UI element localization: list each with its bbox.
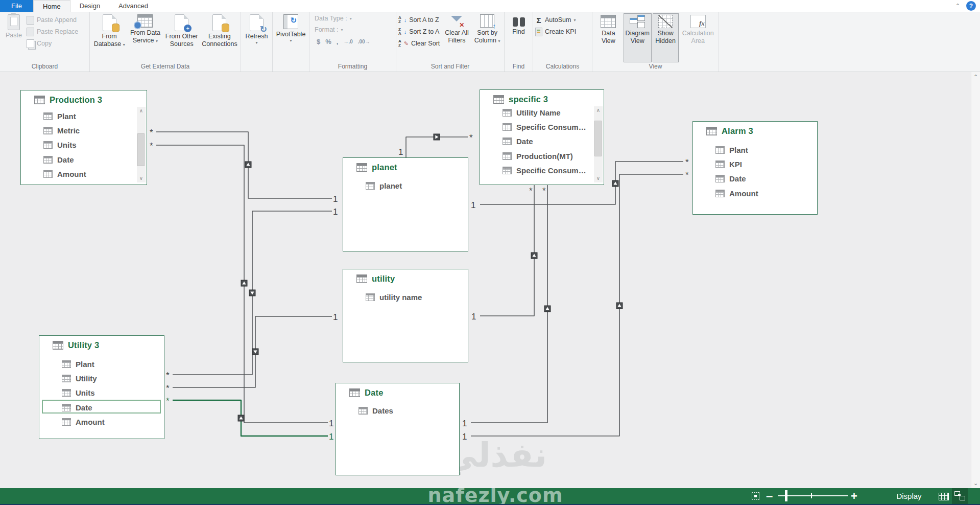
field-kpi[interactable]: KPI <box>715 157 742 171</box>
scrollbar-thumb[interactable] <box>594 121 602 156</box>
field-utility-name[interactable]: Utility Name <box>503 105 561 120</box>
refresh-button[interactable]: ↻ Refresh ▾ <box>243 13 270 45</box>
diagram-view-button[interactable]: Diagram View <box>624 13 652 62</box>
field-amount[interactable]: Amount <box>715 186 758 200</box>
diagram-view-toggle-icon[interactable] <box>952 488 968 504</box>
scroll-up-icon[interactable]: ⌃ <box>971 74 980 80</box>
zoom-slider-track[interactable] <box>778 495 848 496</box>
collapse-ribbon-icon[interactable]: ⌃ <box>955 3 960 9</box>
clear-all-filters-button[interactable]: Clear All Filters <box>442 13 472 44</box>
thousands-separator-icon[interactable]: , <box>337 38 339 45</box>
table-scrollbar[interactable]: ∧∨ <box>137 107 146 182</box>
entity-table-date[interactable]: DateDates <box>336 383 460 475</box>
field-label: Units <box>76 388 95 397</box>
show-hidden-button[interactable]: Show Hidden <box>653 13 679 62</box>
field-planet[interactable]: planet <box>366 178 402 193</box>
table-header[interactable]: Date <box>349 388 384 398</box>
scroll-down-icon[interactable]: ∨ <box>137 175 146 182</box>
tab-design[interactable]: Design <box>70 0 109 12</box>
format-dropdown[interactable]: Format : ▾ <box>315 25 394 35</box>
field-units[interactable]: Units <box>62 386 95 400</box>
field-dates[interactable]: Dates <box>358 403 393 418</box>
field-date[interactable]: Date <box>715 172 746 186</box>
field-date[interactable]: Date <box>62 400 92 415</box>
from-data-service-button[interactable]: From Data Service ▾ <box>128 13 162 44</box>
field-units[interactable]: Units <box>43 138 77 152</box>
find-label: Find <box>512 28 524 36</box>
zoom-out-button[interactable]: – <box>766 489 773 503</box>
table-header[interactable]: Production 3 <box>34 95 102 105</box>
field-metric[interactable]: Metric <box>43 123 80 137</box>
paste-button[interactable]: Paste <box>2 13 26 39</box>
sort-a-to-z-button[interactable]: AZ↓ Sort A to Z <box>398 15 441 25</box>
table-header[interactable]: planet <box>356 163 397 172</box>
data-view-toggle-icon[interactable] <box>939 493 949 500</box>
field-specific-consum-[interactable]: Specific Consum… <box>503 164 586 178</box>
table-header[interactable]: utility <box>356 274 395 284</box>
group-find: Find Find <box>505 12 533 72</box>
find-button[interactable]: Find <box>508 13 530 36</box>
table-header[interactable]: Alarm 3 <box>706 126 753 136</box>
field-amount[interactable]: Amount <box>43 167 86 181</box>
field-production-mt-[interactable]: Production(MT) <box>503 149 573 163</box>
entity-table-production-3[interactable]: Production 3PlantMetricUnitsDateAmount∧∨ <box>20 90 147 185</box>
field-plant[interactable]: Plant <box>43 109 76 123</box>
field-date[interactable]: Date <box>503 134 533 149</box>
help-icon[interactable]: ? <box>966 1 976 11</box>
paste-append-button[interactable]: Paste Append <box>27 15 78 25</box>
tab-advanced[interactable]: Advanced <box>109 0 157 12</box>
entity-table-alarm-3[interactable]: Alarm 3PlantKPIDateAmount <box>692 121 818 215</box>
scroll-up-icon[interactable]: ∧ <box>137 107 146 114</box>
clear-sort-button[interactable]: AZ✎ Clear Sort <box>398 39 441 48</box>
zoom-slider-thumb[interactable] <box>785 490 787 501</box>
entity-table-utility-3[interactable]: Utility 3PlantUtilityUnitsDateAmount <box>39 335 164 439</box>
entity-table-utility[interactable]: utilityutility name <box>343 269 468 362</box>
decrease-decimal-icon[interactable]: .00→ <box>358 39 370 44</box>
group-label-formatting: Formatting <box>312 62 394 72</box>
sort-by-column-button[interactable]: Sort by Column ▾ <box>472 13 502 44</box>
data-view-button[interactable]: Data View <box>594 13 623 62</box>
create-kpi-button[interactable]: Create KPI <box>535 27 576 36</box>
scroll-up-icon[interactable]: ∧ <box>594 107 603 114</box>
field-plant[interactable]: Plant <box>62 357 94 371</box>
scrollbar-thumb[interactable] <box>137 133 145 166</box>
sort-z-to-a-button[interactable]: ZA↓ Sort Z to A <box>398 27 441 36</box>
table-icon <box>356 274 367 283</box>
field-date[interactable]: Date <box>43 152 74 167</box>
calculation-area-button[interactable]: Calculation Area <box>680 13 716 62</box>
field-utility[interactable]: Utility <box>62 371 97 385</box>
group-label-clipboard: Clipboard <box>2 62 87 72</box>
zoom-in-button[interactable]: + <box>851 490 857 503</box>
tab-file[interactable]: File <box>0 0 33 12</box>
from-database-button[interactable]: From Database ▾ <box>92 13 127 48</box>
from-other-sources-button[interactable]: + From Other Sources <box>164 13 200 48</box>
field-specific-consum-[interactable]: Specific Consum… <box>503 120 586 134</box>
table-header[interactable]: specific 3 <box>493 95 548 104</box>
group-get-external-data: From Database ▾ From Data Service ▾ + Fr… <box>90 12 241 72</box>
entity-table-planet[interactable]: planetplanet <box>343 157 468 251</box>
increase-decimal-icon[interactable]: →.0 <box>343 39 352 44</box>
canvas-vertical-scrollbar[interactable]: ⌃ ⌄ <box>971 72 980 488</box>
field-utility-name[interactable]: utility name <box>366 290 422 304</box>
dropdown-caret-icon: ▾ <box>341 28 343 32</box>
tab-home[interactable]: Home <box>33 0 70 12</box>
table-scrollbar[interactable]: ∧∨ <box>594 106 603 182</box>
autosum-button[interactable]: Σ AutoSum ▾ <box>535 15 576 25</box>
field-label: KPI <box>729 160 742 169</box>
fit-to-window-icon[interactable] <box>752 492 759 500</box>
entity-table-specific-3[interactable]: specific 3Utility NameSpecific Consum…Da… <box>480 89 604 185</box>
scroll-down-icon[interactable]: ∨ <box>594 175 603 182</box>
pivottable-button[interactable]: PivotTable ▾ <box>275 13 307 43</box>
field-label: Amount <box>76 418 105 426</box>
paste-replace-button[interactable]: Paste Replace <box>27 27 78 36</box>
percent-format-icon[interactable]: % <box>325 38 331 45</box>
table-header[interactable]: Utility 3 <box>53 340 99 350</box>
copy-button[interactable]: Copy <box>27 39 78 48</box>
field-amount[interactable]: Amount <box>62 415 105 429</box>
existing-connections-button[interactable]: Existing Connections <box>201 13 238 48</box>
data-type-dropdown[interactable]: Data Type : ▾ <box>315 13 394 24</box>
field-plant[interactable]: Plant <box>715 143 748 157</box>
currency-format-icon[interactable]: $ <box>317 38 320 45</box>
scroll-down-icon[interactable]: ⌄ <box>971 480 980 487</box>
refresh-icon: ↻ <box>250 14 264 31</box>
